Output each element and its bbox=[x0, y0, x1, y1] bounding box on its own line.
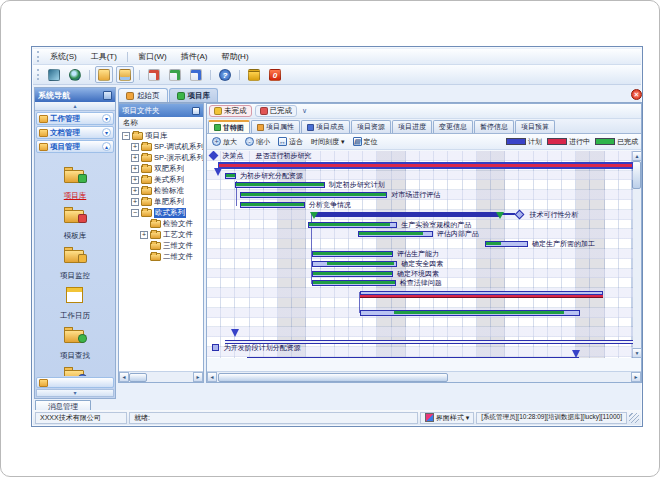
expand-icon[interactable]: + bbox=[131, 165, 139, 173]
power-button[interactable]: 0 bbox=[266, 66, 284, 83]
globe-button[interactable] bbox=[66, 66, 84, 83]
collapse-icon[interactable]: − bbox=[131, 209, 139, 217]
plan-line-bar[interactable] bbox=[247, 357, 579, 358]
task-bar[interactable] bbox=[312, 271, 393, 277]
sidebar-group-expanded[interactable]: 项目管理▴ bbox=[36, 140, 114, 153]
tree-node[interactable]: 二维文件 bbox=[119, 251, 203, 262]
task-bar[interactable] bbox=[240, 192, 387, 198]
scroll-left-icon[interactable]: ◄ bbox=[207, 372, 217, 382]
chevron-icon[interactable]: ▾ bbox=[102, 114, 111, 123]
folder-view-button[interactable] bbox=[116, 66, 134, 83]
tree-node[interactable]: +双肥系列 bbox=[119, 163, 203, 174]
sidebar-item-folder-user[interactable]: 项目库 bbox=[36, 167, 114, 202]
expand-icon[interactable]: + bbox=[131, 176, 139, 184]
close-icon[interactable]: ✕ bbox=[631, 89, 642, 100]
tree-node[interactable]: −项目库 bbox=[119, 130, 203, 141]
scroll-thumb[interactable] bbox=[218, 373, 448, 382]
tool-button[interactable]: -缩小 bbox=[243, 136, 272, 148]
resize-grip[interactable] bbox=[629, 413, 639, 423]
tool-button[interactable]: ▤定位 bbox=[351, 136, 380, 148]
summary-bar[interactable] bbox=[218, 162, 633, 169]
network-button[interactable] bbox=[45, 66, 63, 83]
toolbar-grip[interactable] bbox=[37, 51, 40, 62]
expand-icon[interactable]: + bbox=[131, 154, 139, 162]
tab-item[interactable]: 项目属性 bbox=[251, 120, 300, 133]
sidebar-group-partial[interactable] bbox=[36, 377, 114, 388]
lock-button[interactable] bbox=[245, 66, 263, 83]
task-bar[interactable] bbox=[312, 251, 393, 257]
tree-node[interactable]: +SP-演示机系列 bbox=[119, 152, 203, 163]
folder-open-button[interactable] bbox=[95, 66, 113, 83]
scroll-thumb[interactable] bbox=[632, 161, 641, 189]
tab-active[interactable]: 甘特图 bbox=[208, 120, 250, 133]
filter-button[interactable]: 已完成 bbox=[255, 105, 298, 117]
tab-item[interactable]: 项目预算 bbox=[515, 120, 555, 133]
tool-button[interactable]: ↔适合 bbox=[276, 136, 305, 148]
task-bar[interactable] bbox=[312, 280, 396, 286]
tool-button[interactable]: +放大 bbox=[210, 136, 239, 148]
task-bar[interactable] bbox=[312, 261, 397, 267]
tool-button[interactable]: 时间刻度▾ bbox=[309, 136, 347, 148]
expand-icon[interactable]: + bbox=[140, 231, 148, 239]
task-bar[interactable] bbox=[235, 182, 324, 188]
menu-item[interactable]: 系统(S) bbox=[44, 50, 83, 63]
tree-node[interactable]: +SP-调试机系列 bbox=[119, 141, 203, 152]
tree-column-header[interactable]: 名称 bbox=[119, 117, 203, 129]
sidebar-collapse-button[interactable]: ▴ bbox=[35, 102, 115, 111]
collapse-icon[interactable]: − bbox=[122, 132, 130, 140]
task-bar[interactable] bbox=[225, 173, 236, 179]
tree-node[interactable]: +单肥系列 bbox=[119, 196, 203, 207]
doc-tab-active[interactable]: 项目库 bbox=[169, 88, 219, 102]
help-button[interactable]: ? bbox=[216, 66, 234, 83]
sidebar-item-calendar[interactable]: 工作日历 bbox=[36, 287, 114, 322]
sidebar-item-folder-search[interactable]: 项目查找 bbox=[36, 327, 114, 362]
scroll-right-icon[interactable]: ► bbox=[631, 372, 641, 382]
tab-item[interactable]: 项目资源 bbox=[351, 120, 391, 133]
sidebar-group-collapsed[interactable]: 工作管理▾ bbox=[36, 112, 114, 125]
doc-tab-inactive[interactable]: 起始页 bbox=[118, 88, 168, 102]
tree-node[interactable]: +检验标准 bbox=[119, 185, 203, 196]
scroll-down-icon[interactable]: ▼ bbox=[632, 348, 642, 358]
scroll-left-icon[interactable]: ◄ bbox=[119, 372, 129, 382]
chevron-icon[interactable]: ▾ bbox=[102, 128, 111, 137]
task-bar[interactable] bbox=[360, 310, 580, 316]
sidebar-item-folder-tasks[interactable]: 任务查找 bbox=[36, 367, 114, 376]
scroll-thumb[interactable] bbox=[129, 373, 147, 382]
task-bar[interactable] bbox=[308, 222, 397, 228]
sidebar-item-folder-block[interactable]: 模板库 bbox=[36, 207, 114, 242]
ui-style-button[interactable]: 界面样式 ▾ bbox=[420, 412, 474, 424]
task-bar[interactable] bbox=[485, 241, 528, 247]
expand-icon[interactable]: + bbox=[131, 187, 139, 195]
tab-item[interactable]: 项目进度 bbox=[392, 120, 432, 133]
mail-red-button[interactable] bbox=[145, 66, 163, 83]
mail-green-button[interactable] bbox=[166, 66, 184, 83]
menu-item[interactable]: 窗口(W) bbox=[132, 50, 173, 63]
gantt-vertical-scrollbar[interactable]: ▲ ▼ bbox=[631, 151, 641, 358]
toolbar-grip[interactable] bbox=[37, 69, 40, 80]
filter-button[interactable]: 未完成 bbox=[209, 105, 252, 117]
tree-node[interactable]: 检验文件 bbox=[119, 218, 203, 229]
task-bar[interactable] bbox=[358, 231, 433, 237]
task-bar[interactable] bbox=[240, 202, 305, 208]
tab-item[interactable]: 暂停信息 bbox=[474, 120, 514, 133]
tree-node[interactable]: +工艺文件 bbox=[119, 229, 203, 240]
sidebar-group-collapsed[interactable]: 文档管理▾ bbox=[36, 126, 114, 139]
chevron-icon[interactable]: ▴ bbox=[102, 142, 111, 151]
sidebar-item-folder-star[interactable]: 项目监控 bbox=[36, 247, 114, 282]
gantt-horizontal-scrollbar[interactable]: ◄ ► bbox=[207, 371, 641, 382]
sidebar-menu-icon[interactable] bbox=[103, 91, 112, 100]
pin-icon[interactable] bbox=[192, 107, 200, 115]
task-bar-inprogress[interactable] bbox=[360, 291, 603, 299]
overflow-chevron-icon[interactable]: ∨ bbox=[302, 107, 307, 115]
expand-icon[interactable]: + bbox=[131, 143, 139, 151]
expand-icon[interactable]: + bbox=[131, 198, 139, 206]
sidebar-scroll-down-button[interactable]: ▾ bbox=[36, 389, 114, 397]
tree-node[interactable]: 三维文件 bbox=[119, 240, 203, 251]
summary-bracket[interactable] bbox=[314, 212, 500, 217]
tree-node[interactable]: +美式系列 bbox=[119, 174, 203, 185]
tree-node[interactable]: −欧式系列 bbox=[119, 207, 203, 218]
menu-item[interactable]: 工具(T) bbox=[85, 50, 123, 63]
scroll-up-icon[interactable]: ▲ bbox=[632, 151, 642, 161]
menu-item[interactable]: 帮助(H) bbox=[215, 50, 254, 63]
milestone-square[interactable] bbox=[212, 344, 219, 351]
